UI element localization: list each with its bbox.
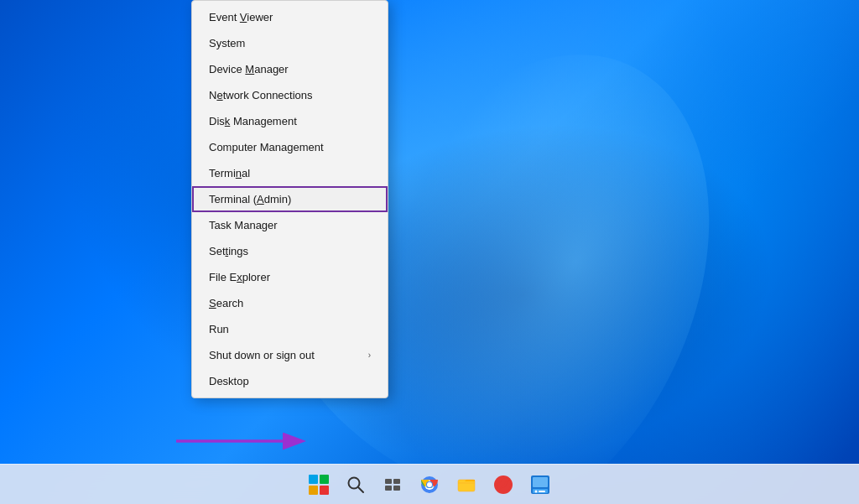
svg-text:💋: 💋	[497, 478, 512, 492]
svg-point-11	[427, 482, 432, 487]
menu-item-label: Terminal (Admin)	[209, 193, 291, 205]
menu-item-label: Desktop	[209, 375, 249, 387]
svg-rect-7	[393, 486, 400, 491]
desktop-background	[0, 0, 859, 504]
svg-rect-5	[393, 479, 400, 484]
task-view-icon	[383, 475, 402, 494]
menu-item-label: System	[209, 37, 245, 49]
svg-rect-6	[385, 486, 392, 491]
arrow-annotation	[168, 424, 319, 458]
menu-item-network-connections[interactable]: Network Connections	[192, 82, 388, 108]
menu-item-label: Disk Management	[209, 115, 297, 127]
menu-item-label: Terminal	[209, 167, 250, 179]
menu-item-label: Computer Management	[209, 141, 324, 153]
menu-item-label: Settings	[209, 245, 248, 257]
menu-item-desktop[interactable]: Desktop	[192, 368, 388, 394]
menu-item-label: Shut down or sign out	[209, 349, 315, 361]
menu-item-label: Network Connections	[209, 89, 313, 101]
annotation-arrow-svg	[168, 424, 319, 458]
menu-item-label: Run	[209, 323, 229, 335]
menu-item-settings[interactable]: Settings	[192, 238, 388, 264]
context-menu: Event Viewer System Device Manager Netwo…	[191, 0, 388, 398]
menu-item-label: Event Viewer	[209, 11, 273, 23]
submenu-arrow-icon: ›	[368, 351, 371, 360]
file-explorer-icon	[456, 475, 476, 495]
search-icon	[346, 475, 365, 494]
search-taskbar-button[interactable]	[339, 468, 372, 501]
menu-item-device-manager[interactable]: Device Manager	[192, 56, 388, 82]
menu-item-label: Task Manager	[209, 219, 278, 231]
svg-line-3	[358, 487, 363, 492]
app-icon-5[interactable]: 💋	[487, 468, 520, 501]
menu-item-terminal[interactable]: Terminal	[192, 160, 388, 186]
menu-item-terminal-admin[interactable]: Terminal (Admin)	[192, 186, 388, 212]
menu-item-disk-management[interactable]: Disk Management	[192, 108, 388, 134]
menu-item-file-explorer[interactable]: File Explorer	[192, 264, 388, 290]
menu-item-task-manager[interactable]: Task Manager	[192, 212, 388, 238]
chrome-icon	[419, 475, 440, 495]
menu-item-system[interactable]: System	[192, 30, 388, 56]
svg-point-19	[535, 490, 538, 492]
menu-item-label: Search	[209, 297, 243, 309]
start-button[interactable]	[302, 468, 336, 501]
file-explorer-button[interactable]	[450, 468, 483, 501]
app-6-icon	[530, 475, 550, 495]
chrome-button[interactable]	[413, 468, 446, 501]
app-5-icon: 💋	[493, 475, 513, 495]
taskbar-icon-group: 💋	[302, 468, 557, 501]
windows-logo-icon	[309, 475, 329, 495]
svg-rect-17	[533, 477, 548, 487]
menu-item-computer-management[interactable]: Computer Management	[192, 134, 388, 160]
svg-rect-20	[539, 491, 545, 492]
svg-rect-4	[385, 479, 392, 484]
svg-rect-12	[458, 480, 475, 491]
menu-item-label: File Explorer	[209, 271, 270, 283]
menu-item-shut-down[interactable]: Shut down or sign out ›	[192, 342, 388, 368]
menu-item-run[interactable]: Run	[192, 316, 388, 342]
menu-item-label: Device Manager	[209, 63, 289, 75]
taskbar: 💋	[0, 464, 859, 504]
app-icon-6[interactable]	[523, 468, 557, 501]
task-view-button[interactable]	[376, 468, 409, 501]
menu-item-event-viewer[interactable]: Event Viewer	[192, 4, 388, 30]
menu-item-search[interactable]: Search	[192, 290, 388, 316]
